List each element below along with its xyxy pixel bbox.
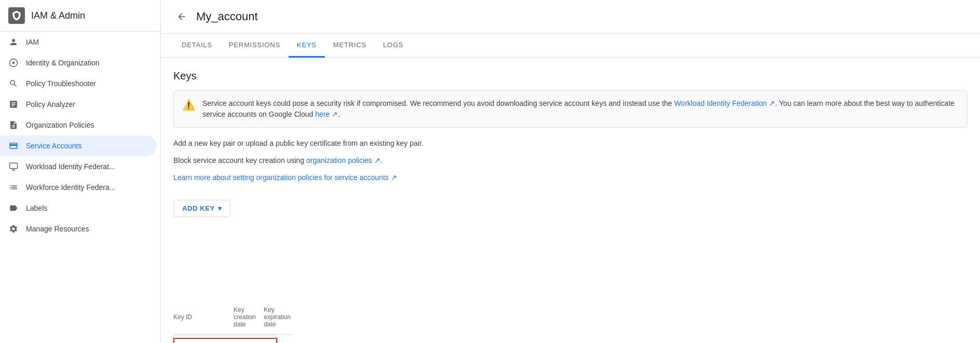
sidebar-item-iam-label: IAM xyxy=(26,38,148,46)
here-link[interactable]: here ↗ xyxy=(315,110,338,118)
labels-icon xyxy=(8,203,19,213)
tab-logs[interactable]: LOGS xyxy=(375,34,412,58)
tabs-nav: DETAILS PERMISSIONS KEYS METRICS LOGS xyxy=(161,34,980,58)
workload-identity-icon xyxy=(8,161,19,172)
sidebar-item-policy-analyzer-label: Policy Analyzer xyxy=(26,100,148,108)
sidebar-item-manage-resources-label: Manage Resources xyxy=(26,225,148,233)
sidebar-item-workforce-identity[interactable]: Workforce Identity Federa... xyxy=(0,177,156,198)
table-col-creation-date: Key creation date xyxy=(234,306,264,328)
sidebar-header: IAM & Admin xyxy=(0,0,160,32)
warning-banner: ⚠️ Service account keys could pose a sec… xyxy=(173,90,968,128)
tab-keys[interactable]: KEYS xyxy=(289,34,325,58)
workload-identity-link[interactable]: Workload Identity Federation ↗ xyxy=(674,99,775,107)
learn-more-link[interactable]: Learn more about setting organization po… xyxy=(173,173,397,182)
tab-details[interactable]: DETAILS xyxy=(173,34,221,58)
sidebar-item-workforce-identity-label: Workforce Identity Federa... xyxy=(26,183,148,191)
keys-section-title: Keys xyxy=(173,70,968,82)
add-key-button[interactable]: ADD KEY ▾ xyxy=(173,200,230,217)
sidebar-item-org-policies[interactable]: Organization Policies xyxy=(0,115,156,135)
svg-point-1 xyxy=(12,62,15,64)
service-accounts-icon xyxy=(8,141,19,151)
keys-table-header: Key ID Key creation date Key expiration … xyxy=(173,300,294,335)
sidebar-item-policy-troubleshooter-label: Policy Troubleshooter xyxy=(26,79,148,88)
manage-resources-icon xyxy=(8,224,19,234)
table-col-key-id: Key ID xyxy=(173,313,234,321)
sidebar-item-identity-org-label: Identity & Organization xyxy=(26,59,148,67)
description-3: Learn more about setting organization po… xyxy=(173,172,968,183)
sidebar-item-workload-identity-label: Workload Identity Federat... xyxy=(26,162,148,171)
tab-permissions[interactable]: PERMISSIONS xyxy=(221,34,289,58)
sidebar-item-identity-org[interactable]: Identity & Organization xyxy=(0,52,156,73)
policy-troubleshooter-icon xyxy=(8,78,19,89)
dropdown-create-new-key[interactable]: Create new key xyxy=(173,338,277,343)
add-key-dropdown-container: ADD KEY ▾ Create new key Upload existing… xyxy=(173,200,294,335)
sidebar-item-service-accounts-label: Service Accounts xyxy=(26,142,148,150)
warning-text: Service account keys could pose a securi… xyxy=(202,98,959,120)
org-policies-link[interactable]: organization policies ↗ xyxy=(306,156,380,164)
iam-icon xyxy=(8,37,19,47)
sidebar: IAM & Admin IAM Identity & Organization … xyxy=(0,0,161,343)
sidebar-item-labels-label: Labels xyxy=(26,204,148,212)
warning-icon: ⚠️ xyxy=(182,99,195,111)
description-2: Block service account key creation using… xyxy=(173,155,968,166)
app-title: IAM & Admin xyxy=(31,10,85,21)
keys-content: Keys ⚠️ Service account keys could pose … xyxy=(161,58,980,343)
main-header: My_account xyxy=(161,0,980,34)
tab-metrics[interactable]: METRICS xyxy=(325,34,375,58)
workforce-identity-icon xyxy=(8,182,19,193)
sidebar-item-workload-identity[interactable]: Workload Identity Federat... xyxy=(0,156,156,177)
description-1: Add a new key pair or upload a public ke… xyxy=(173,138,968,149)
sidebar-item-iam[interactable]: IAM xyxy=(0,32,156,52)
sidebar-item-labels[interactable]: Labels xyxy=(0,198,156,218)
sidebar-item-policy-analyzer[interactable]: Policy Analyzer xyxy=(0,94,156,115)
policy-analyzer-icon xyxy=(8,99,19,109)
sidebar-item-policy-troubleshooter[interactable]: Policy Troubleshooter xyxy=(0,73,156,94)
sidebar-item-service-accounts[interactable]: Service Accounts xyxy=(0,135,156,156)
main-content: My_account DETAILS PERMISSIONS KEYS METR… xyxy=(161,0,980,343)
sidebar-item-org-policies-label: Organization Policies xyxy=(26,121,148,129)
identity-org-icon xyxy=(8,58,19,68)
page-title: My_account xyxy=(196,10,258,23)
svg-rect-2 xyxy=(10,163,18,169)
app-icon xyxy=(8,7,25,24)
add-key-dropdown-menu: Create new key Upload existing key xyxy=(173,336,277,343)
back-button[interactable] xyxy=(173,8,190,25)
sidebar-item-manage-resources[interactable]: Manage Resources xyxy=(0,218,156,239)
org-policies-icon xyxy=(8,120,19,130)
table-col-expiration-date: Key expiration date xyxy=(264,306,294,328)
